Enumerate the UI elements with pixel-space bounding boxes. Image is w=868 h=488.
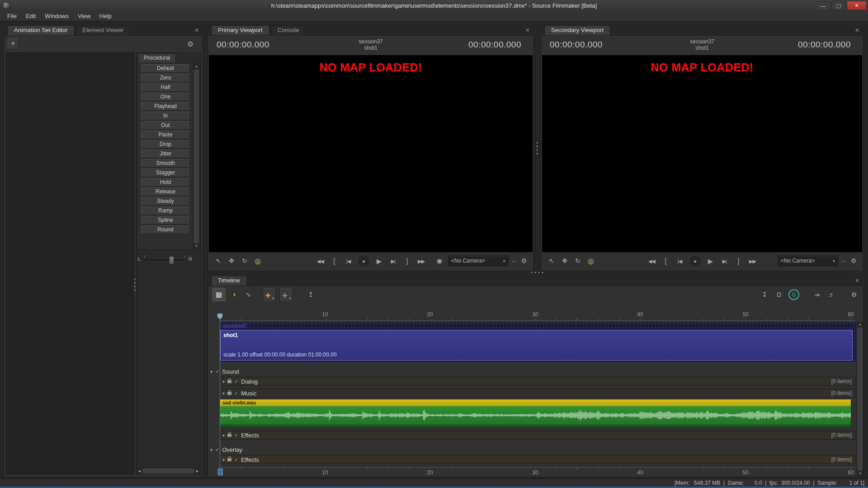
out-bracket-button[interactable]: ]: [402, 255, 412, 267]
add-animation-set-menu-button[interactable]: ✚ ▾: [263, 288, 276, 302]
move-tool-icon[interactable]: ✥: [226, 255, 236, 267]
preset-button[interactable]: Smooth: [141, 159, 190, 168]
collapse-icon[interactable]: ▾: [222, 379, 225, 384]
procedural-hscrollbar[interactable]: ◀ ▶: [137, 468, 200, 474]
play-button[interactable]: ▶: [706, 255, 716, 267]
tree-splitter-handle[interactable]: [134, 277, 136, 291]
tab-procedural[interactable]: Procedural: [138, 53, 176, 63]
jump-end-button[interactable]: ▶▶: [416, 255, 426, 267]
preset-button[interactable]: Default: [141, 64, 190, 73]
check-icon[interactable]: ✓: [234, 457, 238, 463]
track-row-overlay-effects[interactable]: ▾ ✓ Effects [0 items]: [219, 455, 856, 464]
timeline-splitter-handle[interactable]: [530, 272, 543, 273]
preset-button[interactable]: Zero: [141, 74, 190, 82]
preset-button[interactable]: Drop: [141, 140, 190, 149]
next-frame-button[interactable]: ▶|: [388, 255, 398, 267]
up-one-level-icon[interactable]: ↥: [305, 288, 317, 301]
render-globe-icon[interactable]: ◉: [434, 255, 444, 267]
gear-icon[interactable]: ⚙: [187, 40, 193, 48]
check-icon[interactable]: ✓: [234, 379, 238, 385]
group-header-overlay[interactable]: ▾ ✓ Overlay: [210, 445, 242, 454]
camera-pin-button[interactable]: –: [842, 258, 845, 264]
close-button[interactable]: ✕: [847, 1, 867, 10]
menu-file[interactable]: File: [3, 12, 21, 20]
preset-button[interactable]: Out: [141, 121, 190, 130]
tab-primary-viewport[interactable]: Primary Viewport: [211, 25, 269, 35]
preset-button[interactable]: Paste: [141, 131, 190, 139]
tab-timeline[interactable]: Timeline: [211, 276, 247, 286]
scrollbar-thumb[interactable]: [194, 70, 199, 243]
preset-button[interactable]: Jitter: [141, 150, 190, 158]
viewport-splitter-handle[interactable]: [536, 141, 538, 155]
menu-help[interactable]: Help: [95, 12, 116, 20]
collapse-icon[interactable]: ▾: [210, 369, 212, 374]
timeline-zoom-ruler[interactable]: 10 20 30 40 50 60: [208, 467, 857, 477]
select-tool-icon[interactable]: ↖: [547, 255, 557, 267]
slider-track[interactable]: [144, 260, 185, 262]
rotate-tool-icon[interactable]: ↻: [240, 255, 250, 267]
secondary-viewport-view[interactable]: NO MAP LOADED!: [542, 55, 862, 252]
camera-selector[interactable]: <No Camera> ▾: [448, 255, 509, 266]
playhead[interactable]: [220, 314, 220, 467]
check-icon[interactable]: ✓: [234, 432, 238, 438]
music-clip[interactable]: sad violin.wav: [220, 399, 851, 427]
record-button[interactable]: ●: [358, 255, 370, 267]
scroll-down-icon[interactable]: ▼: [857, 471, 863, 476]
tab-element-viewer[interactable]: Element Viewer: [76, 25, 131, 35]
lock-icon[interactable]: [227, 392, 231, 395]
add-animation-set-button[interactable]: +: [8, 38, 19, 49]
collapse-icon[interactable]: ▾: [222, 391, 225, 396]
move-tool-icon[interactable]: ✥: [560, 255, 570, 267]
screen-tool-icon[interactable]: ◎: [586, 255, 596, 267]
lock-icon[interactable]: [227, 434, 231, 437]
close-icon[interactable]: ✕: [525, 28, 530, 33]
next-frame-button[interactable]: ▶|: [720, 255, 730, 267]
prev-frame-button[interactable]: |◀: [675, 255, 685, 267]
scrollbar-thumb[interactable]: [143, 469, 194, 474]
maximize-button[interactable]: ▢: [831, 1, 846, 10]
gear-icon[interactable]: ⚙: [849, 255, 859, 267]
tab-animation-set-editor[interactable]: Animation Set Editor: [7, 25, 75, 35]
collapse-icon[interactable]: ▾: [222, 433, 225, 438]
close-icon[interactable]: ✕: [194, 28, 199, 33]
preset-button[interactable]: Stagger: [141, 169, 190, 177]
camera-pin-button[interactable]: –: [512, 258, 515, 264]
timeline-ruler[interactable]: 10 20 30 40 50 60: [208, 310, 857, 321]
scroll-right-icon[interactable]: ▶: [194, 468, 200, 474]
shot-clip[interactable]: shot1 scale 1.00 offset 00:00.00 duratio…: [220, 330, 853, 361]
preset-button[interactable]: Round: [141, 225, 190, 234]
menu-edit[interactable]: Edit: [21, 12, 40, 20]
screen-tool-icon[interactable]: ◎: [253, 255, 263, 267]
tab-console[interactable]: Console: [271, 25, 306, 35]
in-bracket-button[interactable]: [: [661, 255, 671, 267]
scroll-up-icon[interactable]: ▲: [857, 322, 863, 327]
slider-handle[interactable]: [169, 256, 174, 264]
gear-icon[interactable]: ⚙: [519, 255, 529, 267]
timeline-scrollbar[interactable]: ▲ ▼: [857, 322, 863, 476]
record-button[interactable]: ●: [689, 255, 702, 267]
zoom-ruler-playhead-marker[interactable]: [218, 469, 223, 475]
preset-button[interactable]: Playhead: [141, 102, 190, 111]
menu-view[interactable]: View: [73, 12, 95, 20]
snap-enabled-icon[interactable]: Ω: [788, 289, 799, 300]
preset-button[interactable]: Ramp: [141, 206, 190, 215]
camera-selector[interactable]: <No Camera> ▾: [778, 255, 838, 266]
lock-icon[interactable]: [227, 458, 231, 461]
lock-icon[interactable]: [227, 380, 231, 383]
gear-icon[interactable]: ⚙: [849, 289, 859, 300]
animation-set-tree[interactable]: [6, 52, 134, 474]
preset-button[interactable]: One: [141, 93, 190, 101]
preset-button[interactable]: Half: [141, 83, 190, 92]
audio-icon[interactable]: ♬: [826, 289, 836, 300]
add-clip-menu-button[interactable]: ✛ ▾: [279, 288, 292, 302]
scroll-down-icon[interactable]: ▼: [193, 244, 199, 249]
select-tool-icon[interactable]: ↖: [213, 255, 223, 267]
jump-start-button[interactable]: ◀◀: [647, 255, 657, 267]
snap-icon[interactable]: Ω: [774, 289, 784, 300]
close-icon[interactable]: ✕: [855, 278, 859, 283]
check-icon[interactable]: ✓: [215, 447, 219, 453]
check-icon[interactable]: ✓: [215, 369, 219, 375]
preset-button[interactable]: In: [141, 112, 190, 120]
clip-editor-mode-icon[interactable]: ▦: [212, 288, 226, 301]
jump-end-button[interactable]: ▶▶: [748, 255, 758, 267]
